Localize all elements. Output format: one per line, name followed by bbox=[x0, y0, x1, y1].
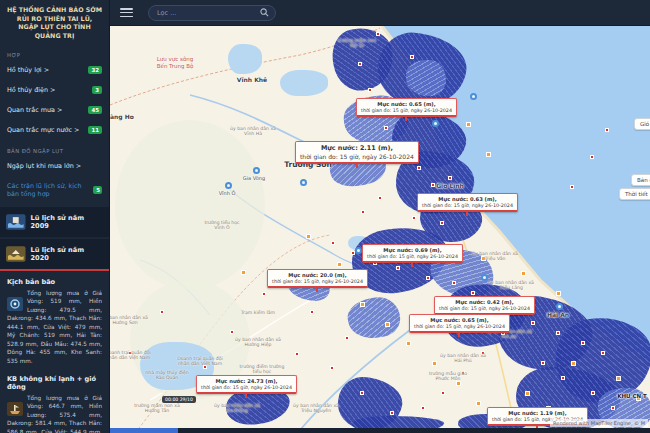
poi-marker-red[interactable] bbox=[361, 210, 365, 214]
station-marker[interactable] bbox=[253, 167, 260, 174]
search-box[interactable] bbox=[148, 5, 276, 21]
poi-marker-red[interactable] bbox=[412, 216, 416, 220]
poi-marker-red[interactable] bbox=[421, 406, 425, 410]
sidebar-item-ngap-lut-mua-lon[interactable]: Ngập lụt khi mưa lớn > bbox=[0, 156, 109, 176]
scenario-title: Kịch bản bão bbox=[7, 278, 102, 286]
poi-marker-red[interactable] bbox=[440, 221, 444, 225]
station-marker[interactable] bbox=[355, 247, 362, 254]
poi-marker-red[interactable] bbox=[605, 128, 609, 132]
poi-marker-yellow[interactable] bbox=[306, 234, 311, 239]
layer-toggle-thời-tiết[interactable]: Thời tiết bbox=[619, 188, 650, 200]
poi-marker-yellow[interactable] bbox=[476, 401, 481, 406]
sidebar-item-label: Quan trắc mưa > bbox=[7, 106, 62, 114]
search-icon[interactable] bbox=[260, 8, 269, 17]
poi-label: ủy ban nhân dân xã Hải Phú bbox=[440, 353, 486, 364]
poi-marker-yellow[interactable] bbox=[486, 152, 491, 157]
poi-marker-yellow[interactable] bbox=[385, 322, 390, 327]
water-level-popup[interactable]: Mực nước: 2.11 (m),thời gian đo: 15 giờ,… bbox=[295, 141, 419, 164]
poi-marker-red[interactable] bbox=[581, 341, 585, 345]
station-marker[interactable] bbox=[225, 182, 232, 189]
poi-marker-yellow[interactable] bbox=[466, 122, 471, 127]
poi-marker-red[interactable] bbox=[396, 266, 400, 270]
poi-marker-red[interactable] bbox=[531, 321, 535, 325]
layer-toggle-bản-đồ[interactable]: Bản đồ bbox=[631, 174, 650, 186]
poi-marker-red[interactable] bbox=[262, 292, 266, 296]
sidebar-item-ho-thuy-dien[interactable]: Hồ thủy điện > 3 bbox=[0, 80, 109, 100]
poi-marker-red[interactable] bbox=[426, 276, 430, 280]
poi-marker-red[interactable] bbox=[331, 241, 335, 245]
measurement-time: thời gian đo: 15 giờ, ngày 26-10-2024 bbox=[422, 203, 513, 208]
sidebar-item-quan-trac-mua[interactable]: Quan trắc mưa > 45 bbox=[0, 100, 109, 120]
poi-marker-red[interactable] bbox=[591, 391, 595, 395]
poi-marker-red[interactable] bbox=[452, 281, 456, 285]
water-level-popup[interactable]: Mực nước: 0.65 (m),thời gian đo: 15 giờ,… bbox=[409, 314, 510, 333]
layer-toggle-gió[interactable]: Gió bbox=[634, 118, 650, 130]
poi-marker-red[interactable] bbox=[561, 376, 565, 380]
timeline-bar[interactable] bbox=[110, 428, 650, 433]
poi-marker-red[interactable] bbox=[358, 62, 362, 66]
station-marker[interactable] bbox=[556, 303, 563, 310]
lake bbox=[228, 44, 262, 74]
station-marker[interactable] bbox=[300, 179, 307, 186]
sidebar-item-ho-thuy-loi[interactable]: Hồ thủy lợi > 32 bbox=[0, 60, 109, 80]
map-canvas[interactable]: Làng HoVĩnh KhêTrường SơnGia VòngVĩnh ÔG… bbox=[110, 26, 650, 433]
search-input[interactable] bbox=[155, 8, 260, 18]
place-label: KHU CN T bbox=[617, 393, 647, 399]
poi-marker-red[interactable] bbox=[570, 185, 574, 189]
poi-marker-yellow[interactable] bbox=[571, 361, 576, 366]
station-marker[interactable] bbox=[470, 93, 477, 100]
poi-marker-red[interactable] bbox=[345, 336, 349, 340]
scenario-khong-khi-lanh[interactable]: KB không khí lạnh + gió đông Tổng lượng … bbox=[0, 368, 109, 433]
poi-marker-red[interactable] bbox=[541, 361, 545, 365]
poi-marker-red[interactable] bbox=[448, 176, 452, 180]
poi-marker-red[interactable] bbox=[330, 366, 334, 370]
poi-marker-red[interactable] bbox=[410, 55, 414, 59]
station-marker[interactable] bbox=[481, 274, 488, 281]
poi-marker-red[interactable] bbox=[160, 310, 164, 314]
poi-marker-red[interactable] bbox=[230, 330, 234, 334]
poi-marker-yellow[interactable] bbox=[556, 291, 561, 296]
poi-marker-yellow[interactable] bbox=[525, 391, 530, 396]
sidebar-item-cac-tran-lu[interactable]: Các trận lũ lịch sử, kịch bản tổng hợp 5 bbox=[0, 176, 109, 205]
poi-marker-yellow[interactable] bbox=[406, 341, 411, 346]
poi-marker-red[interactable] bbox=[384, 126, 388, 130]
poi-marker-red[interactable] bbox=[431, 183, 435, 187]
poi-marker-red[interactable] bbox=[601, 351, 605, 355]
water-level-popup[interactable]: Mực nước: 0.69 (m),thời gian đo: 15 giờ,… bbox=[362, 244, 463, 263]
sidebar-item-lu-2020[interactable]: Lũ lịch sử năm 2020 bbox=[0, 239, 109, 271]
water-level-popup[interactable]: Mực nước: 0.65 (m),thời gian đo: 15 giờ,… bbox=[356, 98, 457, 117]
poi-marker-red[interactable] bbox=[471, 291, 475, 295]
poi-marker-red[interactable] bbox=[590, 155, 594, 159]
poi-marker-yellow[interactable] bbox=[456, 381, 461, 386]
popup-anchor-tick bbox=[316, 287, 318, 292]
water-level-popup[interactable]: Mực nước: 0.42 (m),thời gian đo: 15 giờ,… bbox=[434, 296, 535, 315]
sidebar-item-quan-trac-muc-nuoc[interactable]: Quan trắc mực nước > 11 bbox=[0, 120, 109, 140]
water-level-value: Mực nước: 20.0 (m), bbox=[272, 272, 363, 278]
poi-marker-yellow[interactable] bbox=[616, 376, 621, 381]
poi-marker-red[interactable] bbox=[310, 310, 314, 314]
poi-marker-red[interactable] bbox=[441, 391, 445, 395]
poi-marker-red[interactable] bbox=[376, 32, 380, 36]
poi-marker-red[interactable] bbox=[378, 196, 382, 200]
water-level-popup[interactable]: Mực nước: 20.0 (m),thời gian đo: 15 giờ,… bbox=[267, 269, 368, 288]
station-marker[interactable] bbox=[432, 120, 439, 127]
scenario-bao[interactable]: Kịch bản bão Tổng lượng mưa ở Giá Vòng: … bbox=[0, 271, 109, 368]
poi-marker-red[interactable] bbox=[611, 406, 615, 410]
sidebar-item-lu-2009[interactable]: Lũ lịch sử năm 2009 bbox=[0, 207, 109, 237]
water-level-popup[interactable]: Mực nước: 24.73 (m),thời gian đo: 15 giờ… bbox=[196, 375, 297, 394]
poi-marker-red[interactable] bbox=[360, 391, 364, 395]
menu-toggle-icon[interactable] bbox=[120, 8, 133, 17]
poi-label: trường điểm trường tiểu học bbox=[239, 364, 285, 375]
poi-marker-yellow[interactable] bbox=[521, 271, 526, 276]
poi-marker-yellow[interactable] bbox=[432, 361, 437, 366]
poi-marker-red[interactable] bbox=[368, 88, 372, 92]
poi-marker-red[interactable] bbox=[556, 331, 560, 335]
poi-marker-yellow[interactable] bbox=[337, 262, 342, 267]
water-level-popup[interactable]: Mực nước: 0.63 (m),thời gian đo: 15 giờ,… bbox=[417, 193, 518, 212]
poi-marker-yellow[interactable] bbox=[241, 270, 246, 275]
poi-marker-yellow[interactable] bbox=[360, 302, 365, 307]
poi-marker-red[interactable] bbox=[295, 352, 299, 356]
poi-marker-red[interactable] bbox=[417, 166, 421, 170]
map-layer: Làng HoVĩnh KhêTrường SơnGia VòngVĩnh ÔG… bbox=[110, 26, 650, 433]
poi-marker-red[interactable] bbox=[390, 411, 394, 415]
